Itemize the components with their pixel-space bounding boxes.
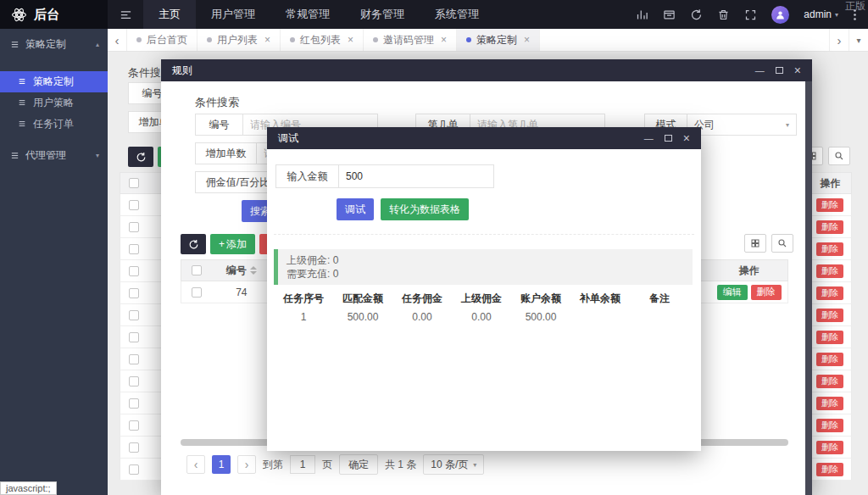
- row-checkbox[interactable]: [129, 376, 139, 387]
- row-checkbox[interactable]: [129, 200, 139, 210]
- close-icon[interactable]: ×: [794, 64, 801, 76]
- row-delete-button[interactable]: 删除: [816, 441, 843, 454]
- row-checkbox[interactable]: [129, 464, 139, 475]
- prev-page-button[interactable]: ‹: [186, 455, 205, 474]
- sidebar-section-strategy[interactable]: 策略定制 ▴: [0, 29, 108, 59]
- tabs-menu-button[interactable]: ▾: [849, 29, 868, 51]
- tabs-scroll-left-button[interactable]: ‹: [108, 29, 127, 51]
- logo[interactable]: 后台: [0, 0, 108, 29]
- refresh-icon[interactable]: [690, 8, 703, 21]
- row-delete-button[interactable]: 删除: [816, 419, 843, 432]
- row-delete-button[interactable]: 删除: [816, 264, 843, 278]
- panel-icon[interactable]: [663, 8, 676, 21]
- minimize-icon[interactable]: —: [755, 66, 765, 75]
- tab-close-icon[interactable]: ×: [441, 34, 447, 46]
- row-delete-button[interactable]: 删除: [816, 198, 843, 212]
- maximize-icon[interactable]: [776, 67, 783, 74]
- trash-icon[interactable]: [717, 8, 730, 21]
- row-delete-button[interactable]: 删除: [816, 353, 843, 366]
- field-label: 增加单数: [195, 142, 256, 164]
- row-delete-button[interactable]: 删除: [816, 375, 843, 388]
- row-delete-button[interactable]: 删除: [816, 286, 843, 300]
- sidebar-section-agent[interactable]: 代理管理 ▾: [0, 140, 108, 170]
- tab-user-list[interactable]: 用户列表 ×: [198, 29, 281, 51]
- row-checkbox[interactable]: [129, 222, 139, 232]
- row-checkbox[interactable]: [129, 266, 139, 276]
- mode-select[interactable]: 公司 ▾: [687, 114, 797, 136]
- per-page-select[interactable]: 10 条/页 ▾: [423, 454, 484, 475]
- nav-home[interactable]: 主页: [143, 0, 196, 29]
- add-button[interactable]: + 添加: [210, 234, 255, 254]
- refresh-button[interactable]: [128, 147, 153, 167]
- nav-system-management[interactable]: 系统管理: [420, 0, 494, 29]
- convert-to-table-button[interactable]: 转化为数据表格: [381, 198, 469, 220]
- row-edit-button[interactable]: 编辑: [717, 285, 748, 300]
- nav-finance-management[interactable]: 财务管理: [345, 0, 420, 29]
- close-icon[interactable]: ×: [683, 132, 690, 144]
- sort-asc-icon[interactable]: [250, 266, 257, 270]
- vertical-scrollbar[interactable]: [805, 81, 812, 495]
- row-checkbox[interactable]: [129, 244, 139, 254]
- avatar[interactable]: [771, 6, 789, 24]
- maximize-icon[interactable]: [665, 135, 672, 142]
- search-icon[interactable]: [828, 147, 850, 165]
- tab-invite-code[interactable]: 邀请码管理 ×: [364, 29, 457, 51]
- jump-confirm-button[interactable]: 确定: [339, 454, 378, 475]
- columns-grid-icon[interactable]: [744, 234, 766, 253]
- tab-redpacket-list[interactable]: 红包列表 ×: [281, 29, 364, 51]
- row-checkbox[interactable]: [129, 442, 139, 453]
- row-checkbox[interactable]: [129, 288, 139, 298]
- row-delete-button[interactable]: 删除: [816, 309, 843, 322]
- hamburger-icon: [120, 8, 132, 21]
- user-menu[interactable]: admin ▾: [804, 8, 838, 20]
- chart-icon[interactable]: [636, 8, 648, 21]
- row-checkbox[interactable]: [129, 354, 139, 364]
- jump-page-input[interactable]: [290, 455, 315, 474]
- row-checkbox[interactable]: [129, 398, 139, 409]
- debug-button[interactable]: 调试: [337, 198, 374, 220]
- row-delete-button[interactable]: 删除: [816, 331, 843, 344]
- next-page-button[interactable]: ›: [237, 455, 256, 474]
- sort-desc-icon[interactable]: [250, 271, 257, 275]
- row-delete-button[interactable]: 删除: [816, 242, 843, 256]
- result-table-header: 任务序号 匹配金额 任务佣金 上级佣金 账户余额 补单余额 备注: [274, 292, 694, 306]
- divider: [274, 234, 694, 235]
- cell-task-commission: 0.00: [392, 311, 452, 323]
- collapse-sidebar-button[interactable]: [108, 0, 143, 29]
- nav-user-management[interactable]: 用户管理: [196, 0, 270, 29]
- nav-general-management[interactable]: 常规管理: [270, 0, 345, 29]
- search-icon[interactable]: [771, 234, 793, 253]
- refresh-button[interactable]: [181, 234, 206, 254]
- row-delete-button[interactable]: 删除: [751, 285, 782, 300]
- col-task-commission: 任务佣金: [392, 292, 452, 306]
- row-delete-button[interactable]: 删除: [816, 463, 843, 476]
- open-tabs: 后台首页 用户列表 × 红包列表 × 邀请码管理 × 策略定制 ×: [127, 29, 829, 51]
- row-delete-button[interactable]: 删除: [816, 220, 843, 234]
- minimize-icon[interactable]: —: [644, 134, 654, 143]
- tab-dashboard[interactable]: 后台首页: [127, 29, 198, 51]
- tab-strategy-custom[interactable]: 策略定制 ×: [457, 29, 540, 51]
- tab-close-icon[interactable]: ×: [348, 34, 353, 46]
- current-page[interactable]: 1: [212, 455, 231, 474]
- row-checkbox[interactable]: [129, 310, 139, 320]
- sidebar-item-user-strategy[interactable]: 用户策略: [0, 92, 108, 114]
- col-match-amount: 匹配金额: [333, 292, 392, 306]
- row-delete-button[interactable]: 删除: [816, 397, 843, 410]
- caret-down-icon: ▾: [786, 121, 789, 129]
- cell-task-seq: 1: [274, 311, 333, 323]
- chevron-down-icon: ▾: [96, 152, 99, 159]
- caret-down-icon: ▾: [835, 11, 838, 19]
- fullscreen-icon[interactable]: [744, 8, 757, 21]
- row-checkbox[interactable]: [192, 287, 202, 298]
- tab-close-icon[interactable]: ×: [264, 34, 270, 46]
- tabs-scroll-right-button[interactable]: ›: [829, 29, 849, 51]
- select-all-checkbox[interactable]: [129, 178, 139, 188]
- sidebar-item-task-orders[interactable]: 任务订单: [0, 114, 108, 135]
- row-checkbox[interactable]: [129, 332, 139, 342]
- sidebar-item-strategy-custom[interactable]: 策略定制: [0, 71, 108, 92]
- amount-input[interactable]: [338, 164, 494, 188]
- tab-close-icon[interactable]: ×: [524, 34, 530, 46]
- select-all-checkbox[interactable]: [192, 265, 202, 275]
- row-checkbox[interactable]: [129, 420, 139, 431]
- sort-icons[interactable]: [250, 266, 257, 275]
